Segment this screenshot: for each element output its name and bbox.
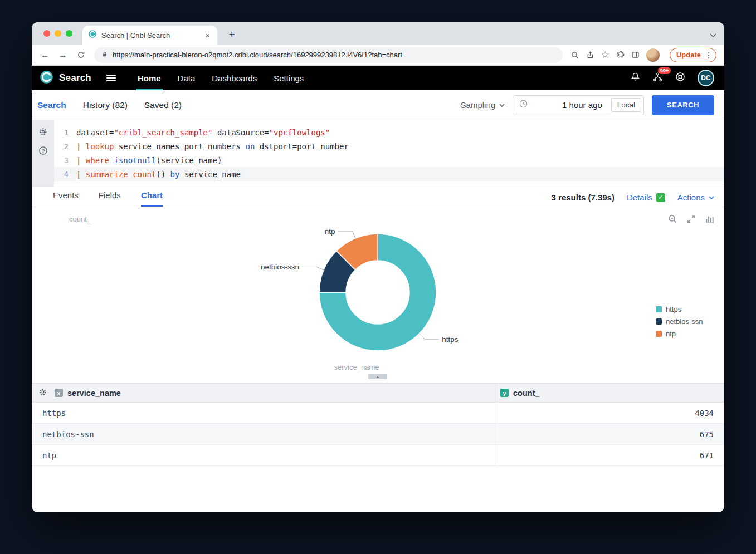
table-row[interactable]: ntp671 xyxy=(32,445,724,466)
details-checkbox-icon[interactable]: ✓ xyxy=(656,193,665,202)
query-code-text: dataset="cribl_search_sample" dataSource… xyxy=(76,128,330,137)
query-line-4[interactable]: 4| summarize count() by service_name xyxy=(54,167,724,181)
minimize-window-button[interactable] xyxy=(55,30,61,37)
cell-count: 675 xyxy=(495,424,724,444)
app-header: Search HomeDataDashboardsSettings 99+ DC xyxy=(32,66,724,90)
table-row[interactable]: netbios-ssn675 xyxy=(32,424,724,445)
bookmark-star-icon[interactable]: ☆ xyxy=(601,50,609,60)
table-body: https4034netbios-ssn675ntp671 xyxy=(32,403,724,466)
slice-leader-line xyxy=(338,231,356,239)
app-nav-settings[interactable]: Settings xyxy=(265,66,312,90)
slice-label-https: https xyxy=(442,335,459,344)
axis-resize-handle[interactable]: ▲ xyxy=(368,374,387,379)
x-axis-badge: x xyxy=(55,389,63,397)
usage-branch-icon[interactable]: 99+ xyxy=(652,72,663,85)
browser-window: Search | Cribl Search × + ← → https://ma… xyxy=(32,22,724,512)
legend-label: netbios-ssn xyxy=(666,317,703,326)
sampling-dropdown[interactable]: Sampling xyxy=(461,100,505,110)
query-line-3[interactable]: 3| where isnotnull(service_name) xyxy=(54,153,724,167)
query-line-2[interactable]: 2| lookup service_names_port_numbers on … xyxy=(54,139,724,153)
timezone-local-button[interactable]: Local xyxy=(611,98,641,112)
query-editor[interactable]: ? 1dataset="cribl_search_sample" dataSou… xyxy=(32,120,724,187)
results-bar: EventsFieldsChart 3 results (7.39s) Deta… xyxy=(32,187,724,207)
results-tab-events[interactable]: Events xyxy=(53,190,79,207)
tab-title: Search | Cribl Search xyxy=(101,31,199,40)
zoom-window-button[interactable] xyxy=(66,30,72,37)
actions-label: Actions xyxy=(677,193,705,202)
app-nav-home[interactable]: Home xyxy=(129,66,169,90)
editor-gutter: ? xyxy=(32,120,54,187)
forward-icon[interactable]: → xyxy=(55,47,71,63)
app-nav-data[interactable]: Data xyxy=(169,66,204,90)
user-avatar[interactable]: DC xyxy=(698,70,714,86)
y-axis-badge: y xyxy=(500,389,509,397)
close-window-button[interactable] xyxy=(43,30,50,37)
query-lines[interactable]: 1dataset="cribl_search_sample" dataSourc… xyxy=(54,120,724,187)
address-bar[interactable]: https://main-practical-bieron-o2qmot2.cr… xyxy=(94,47,563,63)
clock-icon xyxy=(519,99,528,111)
window-controls[interactable] xyxy=(43,30,72,37)
table-row[interactable]: https4034 xyxy=(32,403,724,424)
help-lifering-icon[interactable] xyxy=(675,71,686,85)
tab-close-icon[interactable]: × xyxy=(203,31,212,40)
notifications-bell-icon[interactable] xyxy=(630,72,641,85)
lock-icon xyxy=(101,50,108,60)
results-tab-chart[interactable]: Chart xyxy=(141,190,163,207)
line-number: 4 xyxy=(54,170,69,179)
tab-search-chevron-icon[interactable] xyxy=(710,30,716,40)
results-tabs: EventsFieldsChart xyxy=(53,190,163,207)
share-icon[interactable] xyxy=(586,51,594,59)
new-tab-button[interactable]: + xyxy=(224,27,240,42)
table-settings-gear-icon[interactable] xyxy=(38,388,47,399)
results-table: x service_name y count_ https4034netbios… xyxy=(32,383,724,466)
search-toolbar: SearchHistory (82)Saved (2) Sampling 1 h… xyxy=(32,90,724,120)
legend-swatch-icon xyxy=(656,318,662,325)
line-number: 2 xyxy=(54,142,69,151)
slice-label-ntp: ntp xyxy=(325,227,335,236)
table-header: x service_name y count_ xyxy=(32,384,724,403)
details-toggle[interactable]: Details ✓ xyxy=(627,193,665,202)
browser-tab[interactable]: Search | Cribl Search × xyxy=(82,26,217,45)
cell-service-name: ntp xyxy=(32,445,495,465)
legend-swatch-icon xyxy=(656,306,662,312)
chart-legend: httpsnetbios-ssnntp xyxy=(656,305,703,338)
toolbar-tab-history[interactable]: History (82) xyxy=(83,100,128,110)
query-line-1[interactable]: 1dataset="cribl_search_sample" dataSourc… xyxy=(54,125,724,139)
slice-leader-line xyxy=(302,267,325,270)
app-nav-dashboards[interactable]: Dashboards xyxy=(203,66,265,90)
search-button[interactable]: SEARCH xyxy=(652,95,714,115)
cell-service-name: https xyxy=(32,403,495,423)
extensions-puzzle-icon[interactable] xyxy=(616,51,625,59)
back-icon[interactable]: ← xyxy=(37,47,53,63)
results-tab-fields[interactable]: Fields xyxy=(99,190,121,207)
legend-label: ntp xyxy=(666,330,676,338)
legend-swatch-icon xyxy=(656,331,662,337)
search-toolbar-tabs: SearchHistory (82)Saved (2) xyxy=(37,100,182,110)
side-panel-icon[interactable] xyxy=(631,51,640,59)
legend-item-netbios-ssn[interactable]: netbios-ssn xyxy=(656,317,703,326)
legend-item-https[interactable]: https xyxy=(656,305,703,313)
column-header-count[interactable]: count_ xyxy=(513,389,540,398)
sampling-label: Sampling xyxy=(461,100,496,110)
query-settings-gear-icon[interactable] xyxy=(38,127,48,139)
toolbar-tab-saved[interactable]: Saved (2) xyxy=(144,100,182,110)
browser-menu-icon[interactable]: ⋮ xyxy=(705,51,713,60)
chevron-down-icon xyxy=(499,104,505,107)
legend-item-ntp[interactable]: ntp xyxy=(656,330,703,338)
reload-icon[interactable] xyxy=(73,47,89,63)
query-help-icon[interactable]: ? xyxy=(38,146,48,158)
time-range-picker[interactable]: 1 hour ago Local xyxy=(513,95,644,115)
column-header-service-name[interactable]: service_name xyxy=(67,389,121,398)
line-number: 3 xyxy=(54,156,69,165)
zoom-icon[interactable] xyxy=(570,51,579,60)
chart-panel: count_ httpsnetbios-ssnntp httpsnetbios-… xyxy=(32,207,724,383)
hamburger-menu-icon[interactable] xyxy=(106,75,116,81)
actions-dropdown[interactable]: Actions xyxy=(677,193,714,202)
query-code-text: | where isnotnull(service_name) xyxy=(76,156,222,165)
toolbar-tab-search[interactable]: Search xyxy=(37,100,66,110)
browser-update-button[interactable]: Update ⋮ xyxy=(670,48,716,62)
app-title: Search xyxy=(59,72,91,84)
browser-profile-avatar[interactable] xyxy=(646,48,660,62)
slice-label-netbios-ssn: netbios-ssn xyxy=(261,263,299,271)
notification-count-badge: 99+ xyxy=(657,67,671,75)
